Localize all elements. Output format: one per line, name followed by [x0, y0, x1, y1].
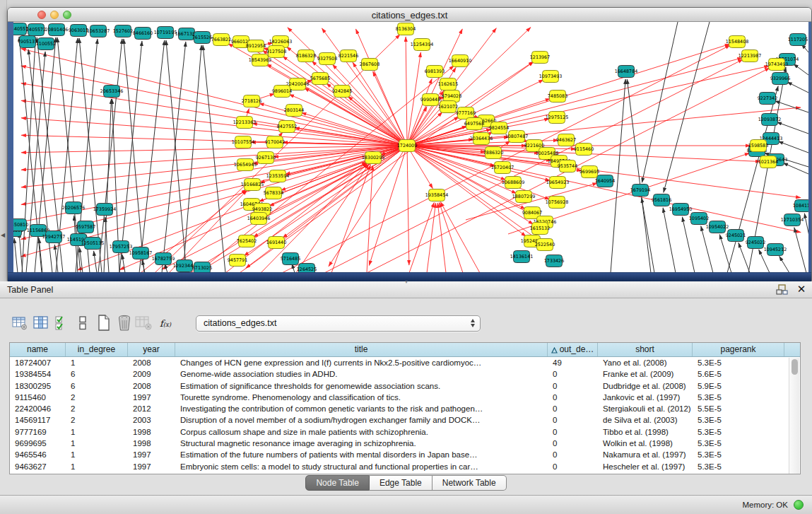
panel-splitter-handle[interactable]: ▾ — [400, 280, 413, 284]
network-node[interactable]: 10688609 — [502, 177, 525, 189]
network-node[interactable]: 12505135 — [81, 238, 105, 250]
network-node[interactable]: 12213363 — [233, 117, 257, 129]
network-node[interactable]: 9245022 — [746, 237, 765, 249]
network-node[interactable]: 2718126 — [242, 95, 261, 107]
network-node[interactable]: 6981393 — [425, 66, 445, 78]
network-node[interactable]: 6794028 — [442, 90, 461, 103]
table-row[interactable]: 946554611997Estimation of the future num… — [10, 449, 800, 460]
network-node[interactable]: 9463627 — [556, 134, 576, 146]
network-node[interactable]: 8713025 — [192, 262, 212, 274]
network-node[interactable]: 10958167 — [129, 247, 153, 259]
network-node[interactable]: 8466160 — [133, 28, 153, 40]
network-node[interactable]: 7485083 — [548, 90, 567, 103]
network-node[interactable]: 9597587 — [76, 221, 95, 233]
network-node[interactable]: 1598583 — [748, 140, 768, 152]
network-node[interactable]: 12213987 — [739, 50, 762, 62]
network-node[interactable]: 7625402 — [237, 235, 257, 247]
network-node[interactable]: 19358454 — [425, 189, 449, 201]
column-header-title[interactable]: title — [175, 343, 548, 356]
network-node[interactable]: 1213967 — [530, 52, 550, 64]
network-node[interactable]: 16403946 — [247, 213, 271, 225]
network-node[interactable]: 9170042 — [265, 136, 285, 148]
column-header-out_de[interactable]: out_de… — [548, 343, 598, 356]
network-node[interactable]: 2803144 — [284, 105, 304, 117]
function-builder-icon[interactable]: f(x) — [156, 314, 175, 332]
table-options-icon[interactable] — [11, 314, 29, 332]
network-node[interactable]: 20364436 — [470, 133, 493, 145]
network-node[interactable]: 8221546 — [339, 50, 358, 62]
table-row[interactable]: 1938455462009Genome-wide association stu… — [10, 368, 800, 380]
network-node[interactable]: 1527602 — [113, 25, 133, 37]
table-row[interactable]: 1872400712008Changes of HCN gene express… — [10, 357, 800, 368]
vertical-scrollbar[interactable] — [789, 358, 799, 474]
network-node[interactable]: 12710354 — [781, 214, 804, 226]
network-node[interactable]: 16782759 — [152, 253, 175, 265]
network-node[interactable]: 9457791 — [228, 255, 247, 267]
network-node[interactable]: 9824554 — [489, 122, 509, 134]
clear-columns-icon[interactable] — [73, 314, 92, 332]
network-node[interactable]: 5716485 — [281, 253, 300, 265]
network-node[interactable]: 7663822 — [211, 34, 231, 46]
network-node[interactable]: 10107554 — [232, 136, 255, 148]
tab-node-table[interactable]: Node Table — [305, 475, 370, 491]
table-row[interactable]: 911546021997Tourette syndrome. Phenomeno… — [10, 392, 800, 403]
network-node[interactable]: 1733426 — [544, 255, 564, 267]
table-row[interactable]: 946362711997Embryonic stem cells: a mode… — [10, 461, 800, 472]
network-node[interactable]: 9245021 — [726, 230, 746, 242]
network-node[interactable]: 2867608 — [360, 59, 379, 71]
network-node[interactable]: 12975125 — [546, 112, 569, 124]
network-node[interactable]: 11254394 — [411, 39, 434, 51]
network-node[interactable]: 10973493 — [539, 71, 563, 83]
network-node[interactable]: 9699695 — [579, 166, 599, 178]
close-panel-icon[interactable]: ✕ — [796, 283, 807, 296]
network-node[interactable]: 6497568 — [464, 118, 484, 130]
network-node[interactable]: 12353594 — [266, 170, 290, 182]
network-node[interactable]: 17359924 — [93, 204, 117, 216]
network-node[interactable]: 9063015 — [69, 25, 88, 37]
delete-table-icon[interactable] — [134, 314, 153, 332]
network-node[interactable]: 9535744 — [558, 160, 577, 173]
delete-column-icon[interactable] — [115, 314, 134, 332]
network-node[interactable]: 18543962 — [249, 54, 272, 66]
network-node[interactable]: 8427552 — [277, 121, 297, 133]
select-columns-icon[interactable] — [53, 314, 71, 332]
network-node[interactable]: 1021364 — [758, 156, 778, 168]
network-node[interactable]: 9329966 — [770, 73, 790, 85]
network-node[interactable]: 19654923 — [546, 177, 570, 189]
network-node[interactable]: 12942757 — [42, 231, 66, 243]
network-node[interactable]: 9227342 — [758, 93, 777, 105]
column-header-short[interactable]: short — [598, 343, 693, 356]
table-row[interactable]: 1456911722003Disruption of a novel membe… — [10, 414, 800, 426]
network-node[interactable]: 10653287 — [87, 25, 110, 37]
network-node[interactable]: 10756928 — [546, 197, 569, 209]
table-selector-dropdown[interactable]: citations_edges.txt — [196, 315, 481, 332]
network-node[interactable]: 9115460 — [574, 144, 594, 156]
network-node[interactable]: 1640954 — [595, 175, 615, 187]
column-header-pagerank[interactable]: pagerank — [693, 343, 784, 356]
network-node[interactable]: 9242845 — [332, 86, 352, 98]
network-node[interactable]: 1615132 — [530, 223, 550, 235]
network-node[interactable]: 9327508 — [317, 53, 337, 65]
network-node[interactable]: 18807299 — [512, 191, 536, 203]
collapse-panel-icon[interactable]: ◀ — [1, 232, 5, 238]
scrollbar-thumb[interactable] — [792, 359, 798, 375]
network-node[interactable]: 10945212 — [764, 244, 787, 256]
network-node[interactable]: 20206576 — [62, 202, 86, 214]
network-node[interactable]: 1095402 — [689, 213, 709, 225]
network-node[interactable]: 16640910 — [449, 55, 472, 67]
column-chooser-icon[interactable] — [32, 314, 50, 332]
network-node[interactable]: 9777169 — [456, 107, 476, 119]
create-column-icon[interactable] — [95, 314, 113, 332]
network-node[interactable]: 1100552 — [36, 38, 56, 50]
network-node[interactable]: 1679194 — [630, 185, 650, 197]
network-node[interactable]: 7615526 — [192, 32, 212, 44]
network-node[interactable]: 7886320 — [483, 147, 503, 159]
column-header-in_degree[interactable]: in_degree — [66, 343, 128, 356]
network-node[interactable]: 1162615 — [438, 78, 458, 90]
network-window-titlebar[interactable]: citations_edges.txt — [8, 8, 811, 22]
network-node[interactable]: 10807487 — [505, 131, 529, 143]
network-node[interactable]: 5678334 — [264, 187, 283, 199]
network-node[interactable]: 19166825 — [241, 179, 264, 191]
network-node[interactable]: 20653346 — [100, 86, 124, 98]
network-node[interactable]: 5675685 — [310, 73, 330, 85]
